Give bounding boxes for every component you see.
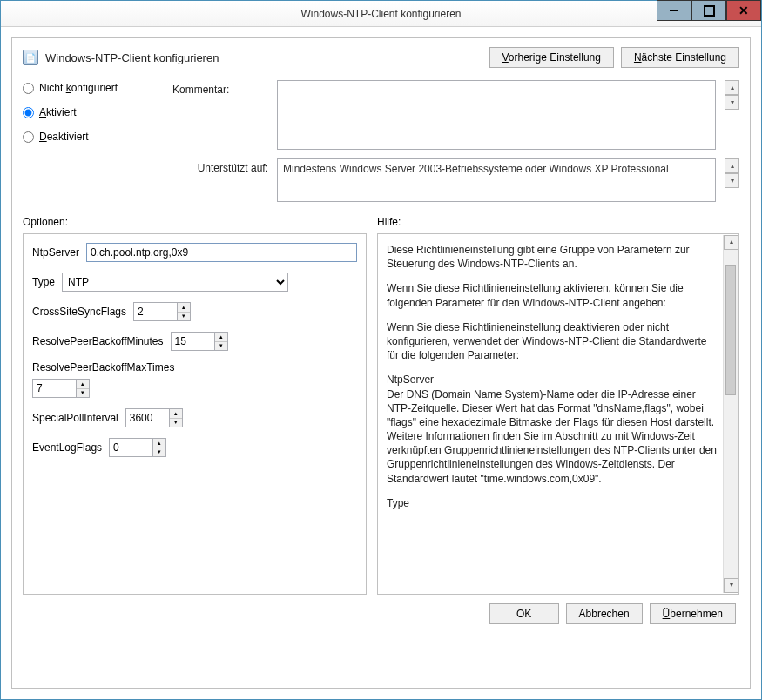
specialpoll-spinner[interactable]: ▴▾	[125, 408, 183, 427]
help-box: Diese Richtlinieneinstellung gibt eine G…	[377, 233, 739, 595]
help-scrollbar[interactable]: ▴ ▾	[723, 235, 738, 593]
scroll-up-icon[interactable]: ▴	[725, 158, 739, 173]
window-title: Windows-NTP-Client konfigurieren	[1, 8, 761, 20]
eventlog-label: EventLogFlags	[32, 441, 102, 454]
opt-crosssite: CrossSiteSyncFlags ▴▾	[32, 302, 357, 321]
supported-line: Unterstützt auf: Mindestens Windows Serv…	[172, 158, 739, 202]
crosssite-spinner[interactable]: ▴▾	[133, 302, 191, 321]
previous-setting-button[interactable]: Vorherige Einstellung	[489, 47, 614, 68]
specialpoll-label: SpecialPollInterval	[32, 412, 118, 424]
opt-eventlog: EventLogFlags ▴▾	[32, 438, 357, 457]
spin-up-icon[interactable]: ▴	[178, 303, 190, 313]
radio-enabled[interactable]: Aktiviert	[23, 106, 162, 118]
resolveminutes-label: ResolvePeerBackoffMinutes	[32, 335, 164, 347]
ok-button[interactable]: OK	[489, 603, 559, 624]
radio-not-configured[interactable]: Nicht konfiguriert	[23, 82, 162, 94]
radio-enabled-input[interactable]	[23, 107, 34, 118]
specialpoll-input[interactable]	[125, 408, 169, 427]
header-row: 📄 Windows-NTP-Client konfigurieren Vorhe…	[23, 47, 739, 68]
maximize-button[interactable]	[691, 0, 726, 21]
help-p5: Type	[387, 496, 719, 510]
eventlog-spinner[interactable]: ▴▾	[109, 438, 166, 457]
client-area: 📄 Windows-NTP-Client konfigurieren Vorhe…	[1, 27, 761, 699]
comment-scrollbar[interactable]: ▴ ▾	[725, 80, 739, 110]
spin-down-icon[interactable]: ▾	[215, 342, 227, 351]
supported-text: Mindestens Windows Server 2003-Betriebss…	[277, 158, 716, 202]
radio-not-configured-label: Nicht konfiguriert	[39, 82, 118, 94]
scroll-down-icon[interactable]: ▾	[724, 578, 738, 593]
options-box: NtpServer Type NTP CrossSiteSyncFlags	[23, 233, 367, 595]
state-radios: Nicht konfiguriert Aktiviert Deaktiviert	[23, 80, 162, 202]
radio-disabled-input[interactable]	[23, 131, 34, 143]
scroll-up-icon[interactable]: ▴	[725, 80, 739, 95]
resolvemaxtimes-spinner[interactable]: ▴▾	[32, 379, 90, 398]
help-label: Hilfe:	[377, 216, 739, 228]
opt-resolvemaxtimes: ▴▾	[32, 379, 357, 398]
cancel-button[interactable]: Abbrechen	[566, 603, 643, 624]
minimize-button[interactable]	[657, 0, 691, 21]
next-setting-button[interactable]: Nächste Einstellung	[621, 47, 739, 68]
spin-up-icon[interactable]: ▴	[215, 333, 227, 342]
radio-enabled-label: Aktiviert	[39, 106, 77, 118]
resolveminutes-spinner[interactable]: ▴▾	[171, 332, 228, 351]
radio-not-configured-input[interactable]	[23, 83, 34, 94]
scroll-down-icon[interactable]: ▾	[725, 95, 739, 110]
scroll-thumb[interactable]	[725, 265, 736, 395]
comment-textarea[interactable]	[277, 80, 716, 150]
main-panel: 📄 Windows-NTP-Client konfigurieren Vorhe…	[11, 37, 751, 689]
opt-ntpserver: NtpServer	[32, 243, 357, 262]
ntpserver-label: NtpServer	[32, 246, 79, 259]
spin-down-icon[interactable]: ▾	[170, 419, 182, 427]
supported-scrollbar[interactable]: ▴ ▾	[725, 158, 739, 188]
spin-down-icon[interactable]: ▾	[178, 313, 190, 321]
opt-specialpoll: SpecialPollInterval ▴▾	[32, 408, 357, 427]
policy-title: Windows-NTP-Client konfigurieren	[45, 51, 219, 64]
resolvemaxtimes-input[interactable]	[32, 379, 76, 398]
help-p1: Diese Richtlinieneinstellung gibt eine G…	[387, 243, 719, 271]
window-controls: ✕	[657, 0, 761, 21]
spin-down-icon[interactable]: ▾	[77, 389, 89, 398]
crosssite-input[interactable]	[133, 302, 177, 321]
apply-button[interactable]: Übernehmen	[650, 603, 736, 624]
footer-buttons: OK Abbrechen Übernehmen	[23, 595, 739, 626]
policy-icon: 📄	[23, 50, 38, 65]
spin-down-icon[interactable]: ▾	[153, 448, 165, 457]
titlebar: Windows-NTP-Client konfigurieren ✕	[1, 1, 761, 27]
type-label: Type	[32, 276, 55, 288]
crosssite-label: CrossSiteSyncFlags	[32, 306, 126, 318]
resolvemaxtimes-label: ResolvePeerBackoffMaxTimes	[32, 361, 357, 374]
help-column: Hilfe: Diese Richtlinieneinstellung gibt…	[377, 216, 739, 595]
radio-disabled[interactable]: Deaktiviert	[23, 131, 162, 143]
comment-line: Kommentar: ▴ ▾	[172, 80, 739, 150]
supported-label: Unterstützt auf:	[172, 158, 268, 174]
ntpserver-input[interactable]	[86, 243, 357, 262]
dialog-window: Windows-NTP-Client konfigurieren ✕ 📄 Win…	[0, 0, 762, 700]
options-column: Optionen: NtpServer Type NTP	[23, 216, 367, 595]
opt-resolveminutes: ResolvePeerBackoffMinutes ▴▾	[32, 332, 357, 351]
eventlog-input[interactable]	[109, 438, 152, 457]
nav-buttons: Vorherige Einstellung Nächste Einstellun…	[489, 47, 740, 68]
config-row: Nicht konfiguriert Aktiviert Deaktiviert…	[23, 80, 739, 202]
spin-up-icon[interactable]: ▴	[170, 409, 182, 419]
radio-disabled-label: Deaktiviert	[39, 131, 89, 143]
help-p4: NtpServerDer DNS (Domain Name System)-Na…	[387, 373, 719, 486]
options-label: Optionen:	[23, 216, 367, 228]
opt-type: Type NTP	[32, 273, 357, 292]
type-select[interactable]: NTP	[62, 273, 288, 292]
scroll-down-icon[interactable]: ▾	[725, 173, 739, 188]
close-button[interactable]: ✕	[726, 0, 761, 21]
meta-column: Kommentar: ▴ ▾ Unterstützt auf: Mindeste…	[172, 80, 739, 202]
spin-up-icon[interactable]: ▴	[77, 380, 89, 389]
sections-row: Optionen: NtpServer Type NTP	[23, 216, 739, 595]
help-p2: Wenn Sie diese Richtlinieneinstellung ak…	[387, 281, 719, 309]
comment-label: Kommentar:	[172, 80, 268, 96]
spin-up-icon[interactable]: ▴	[153, 439, 165, 448]
resolveminutes-input[interactable]	[171, 332, 214, 351]
scroll-up-icon[interactable]: ▴	[724, 235, 738, 250]
help-p3: Wenn Sie diese Richtlinieneinstellung de…	[387, 320, 719, 363]
